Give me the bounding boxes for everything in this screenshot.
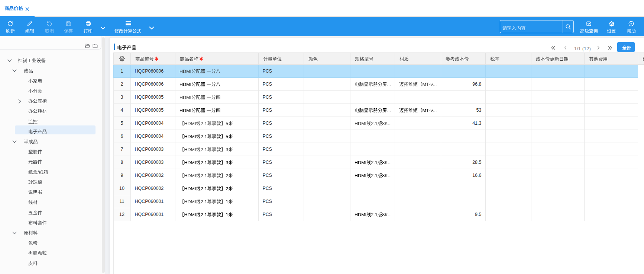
svg-text:?: ?	[630, 21, 632, 25]
